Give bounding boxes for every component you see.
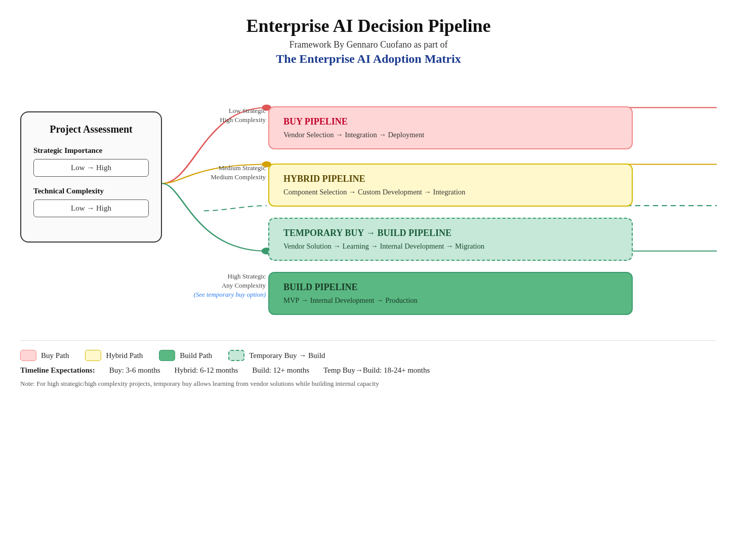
- legend-buy-label: Buy Path: [41, 351, 69, 360]
- matrix-title: The Enterprise AI Adoption Matrix: [276, 52, 461, 66]
- strategic-importance-value[interactable]: Low → High: [33, 159, 149, 177]
- build-label-line3: (See temporary buy option): [193, 291, 266, 298]
- build-pipeline-row: High Strategic Any Complexity (See tempo…: [268, 272, 717, 315]
- hybrid-label: Medium Strategic Medium Complexity: [187, 164, 266, 182]
- legend-section: Buy Path Hybrid Path Build Path Temporar…: [20, 340, 717, 388]
- buy-pipeline-row: Low Strategic High Complexity BUY PIPELI…: [268, 106, 717, 149]
- footer-note: Note: For high strategic/high complexity…: [20, 380, 717, 388]
- hybrid-label-line2: Medium Complexity: [211, 173, 266, 181]
- build-label-line2: Any Complexity: [222, 282, 266, 289]
- timeline-expectations-label: Timeline Expectations:: [20, 366, 95, 375]
- buy-pipeline-title: BUY PIPELINE: [283, 116, 618, 127]
- build-pipeline-box: BUILD PIPELINE MVP → Internal Developmen…: [268, 272, 633, 315]
- diagram-area: Low Strategic High Complexity BUY PIPELI…: [162, 81, 717, 320]
- timeline-build: Build: 12+ months: [252, 366, 309, 375]
- hybrid-pipeline-steps: Component Selection → Custom Development…: [283, 188, 618, 196]
- hybrid-label-line1: Medium Strategic: [218, 164, 266, 172]
- build-pipeline-title: BUILD PIPELINE: [283, 282, 618, 293]
- page-title: Enterprise AI Decision Pipeline: [247, 15, 491, 36]
- temp-buy-pipeline-title: TEMPORARY BUY → BUILD PIPELINE: [283, 228, 618, 238]
- legend-build: Build Path: [159, 350, 212, 361]
- timeline-buy: Buy: 3-6 months: [109, 366, 160, 375]
- temp-buy-pipeline-box: TEMPORARY BUY → BUILD PIPELINE Vendor So…: [268, 218, 633, 261]
- buy-label-line2: High Complexity: [220, 116, 266, 124]
- hybrid-pipeline-row: Medium Strategic Medium Complexity HYBRI…: [268, 164, 717, 207]
- build-label: High Strategic Any Complexity (See tempo…: [187, 272, 266, 300]
- main-content: Project Assessment Strategic Importance …: [20, 81, 717, 320]
- hybrid-pipeline-box: HYBRID PIPELINE Component Selection → Cu…: [268, 164, 633, 207]
- temp-buy-swatch: [228, 350, 244, 361]
- subtitle: Framework By Gennaro Cuofano as part of: [290, 39, 448, 50]
- buy-swatch: [20, 350, 36, 361]
- legend-hybrid: Hybrid Path: [85, 350, 143, 361]
- legend-temp-buy-label: Temporary Buy → Build: [249, 351, 325, 360]
- project-assessment-panel: Project Assessment Strategic Importance …: [20, 111, 162, 243]
- technical-complexity-label: Technical Complexity: [33, 187, 149, 195]
- temp-buy-pipeline-row: TEMPORARY BUY → BUILD PIPELINE Vendor So…: [268, 218, 717, 261]
- technical-complexity-value[interactable]: Low → High: [33, 199, 149, 217]
- buy-label-line1: Low Strategic: [229, 107, 266, 114]
- legend-temp-buy: Temporary Buy → Build: [228, 350, 325, 361]
- legend-hybrid-label: Hybrid Path: [106, 351, 143, 360]
- buy-pipeline-box: BUY PIPELINE Vendor Selection → Integrat…: [268, 106, 633, 149]
- build-label-line1: High Strategic: [228, 272, 266, 280]
- temp-buy-pipeline-steps: Vendor Solution → Learning → Internal De…: [283, 242, 618, 251]
- timeline-row: Timeline Expectations: Buy: 3-6 months H…: [20, 366, 717, 375]
- panel-title: Project Assessment: [33, 124, 149, 135]
- legend-row: Buy Path Hybrid Path Build Path Temporar…: [20, 350, 717, 361]
- timeline-temp-buy: Temp Buy→Build: 18-24+ months: [323, 366, 430, 375]
- legend-build-label: Build Path: [180, 351, 212, 360]
- hybrid-pipeline-title: HYBRID PIPELINE: [283, 174, 618, 184]
- strategic-importance-label: Strategic Importance: [33, 146, 149, 155]
- build-swatch: [159, 350, 175, 361]
- timeline-hybrid: Hybrid: 6-12 months: [174, 366, 238, 375]
- hybrid-swatch: [85, 350, 101, 361]
- buy-pipeline-steps: Vendor Selection → Integration → Deploym…: [283, 131, 618, 139]
- build-pipeline-steps: MVP → Internal Development → Production: [283, 296, 618, 305]
- legend-buy: Buy Path: [20, 350, 69, 361]
- buy-label: Low Strategic High Complexity: [187, 106, 266, 125]
